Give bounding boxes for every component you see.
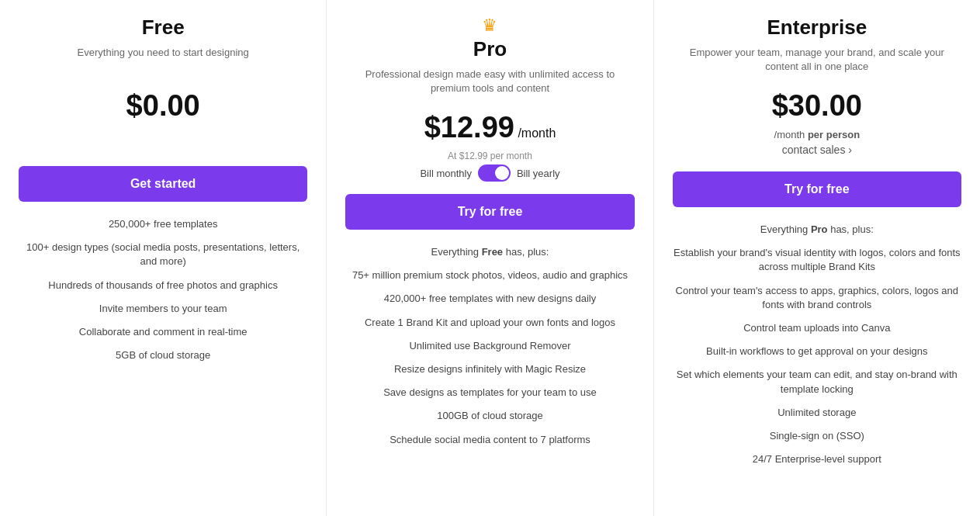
free-feature-2: 100+ design types (social media posts, p… [19, 241, 307, 268]
pro-features-list: Everything Free has, plus: 75+ million p… [345, 245, 634, 447]
pro-price-amount: $12.99 [424, 111, 514, 144]
pro-feature-6: Save designs as templates for your team … [383, 386, 597, 400]
free-price-amount: $0.00 [126, 89, 200, 122]
enterprise-period: /month [774, 129, 808, 140]
free-feature-3: Hundreds of thousands of free photos and… [48, 279, 278, 293]
free-plan-name: Free [142, 16, 185, 40]
billing-monthly-label: Bill monthly [420, 168, 471, 179]
toggle-knob [495, 166, 509, 180]
enterprise-cta-button[interactable]: Try for free [673, 171, 961, 207]
enterprise-plan-name: Enterprise [767, 16, 867, 40]
pro-feature-5: Resize designs infinitely with Magic Res… [394, 362, 586, 376]
enterprise-plan-column: Enterprise Empower your team, manage you… [654, 0, 980, 516]
free-plan-subtitle: Everything you need to start designing [78, 46, 249, 77]
free-plan-column: Free Everything you need to start design… [0, 0, 327, 516]
pricing-container: Free Everything you need to start design… [0, 0, 980, 516]
pro-plan-column: ♛ Pro Professional design made easy with… [327, 0, 653, 516]
free-cta-button[interactable]: Get started [19, 166, 307, 202]
pro-feature-2: 420,000+ free templates with new designs… [384, 292, 597, 306]
enterprise-feature-6: Unlimited storage [777, 406, 856, 420]
free-feature-6: 5GB of cloud storage [116, 348, 210, 362]
contact-sales-link[interactable]: contact sales › [782, 144, 852, 156]
enterprise-feature-4: Built-in workflows to get approval on yo… [706, 345, 927, 358]
enterprise-feature-7: Single-sign on (SSO) [770, 429, 864, 443]
enterprise-features-intro: Everything Pro has, plus: [760, 223, 874, 237]
pro-feature-4: Unlimited use Background Remover [409, 339, 570, 353]
enterprise-price-block: $30.00 [772, 89, 862, 123]
enterprise-feature-5: Set which elements your team can edit, a… [673, 368, 961, 396]
free-price-block: $0.00 [126, 89, 200, 123]
free-features-list: 250,000+ free templates 100+ design type… [19, 217, 307, 362]
crown-icon: ♛ [482, 16, 497, 36]
billing-toggle-switch[interactable] [478, 164, 511, 182]
pro-price-block: $12.99 /month [424, 111, 556, 144]
billing-toggle: Bill monthly Bill yearly [420, 164, 559, 182]
pro-plan-subtitle: Professional design made easy with unlim… [345, 68, 634, 99]
pro-feature-8: Schedule social media content to 7 platf… [390, 433, 590, 447]
pro-cta-button[interactable]: Try for free [345, 194, 634, 230]
enterprise-feature-1: Establish your brand's visual identity w… [673, 246, 961, 274]
billing-yearly-label: Bill yearly [517, 168, 560, 179]
enterprise-features-list: Everything Pro has, plus: Establish your… [673, 223, 961, 466]
free-feature-1: 250,000+ free templates [109, 217, 218, 231]
pro-plan-name: Pro [473, 37, 507, 61]
enterprise-feature-8: 24/7 Enterprise-level support [753, 452, 881, 466]
enterprise-price-sub: /month per person [774, 129, 861, 140]
pro-feature-7: 100GB of cloud storage [437, 409, 543, 423]
enterprise-feature-3: Control team uploads into Canva [743, 321, 890, 335]
pro-feature-1: 75+ million premium stock photos, videos… [352, 268, 628, 282]
pro-price-period: /month [518, 126, 556, 140]
pro-price-note: At $12.99 per month [448, 151, 532, 161]
pro-features-intro: Everything Free has, plus: [431, 245, 549, 259]
enterprise-per-person: per person [808, 129, 860, 140]
free-feature-5: Collaborate and comment in real-time [79, 325, 248, 339]
enterprise-price-amount: $30.00 [772, 89, 862, 122]
pro-feature-3: Create 1 Brand Kit and upload your own f… [365, 316, 615, 330]
free-feature-4: Invite members to your team [99, 302, 227, 316]
enterprise-plan-subtitle: Empower your team, manage your brand, an… [673, 46, 961, 77]
enterprise-feature-2: Control your team's access to apps, grap… [673, 284, 961, 312]
